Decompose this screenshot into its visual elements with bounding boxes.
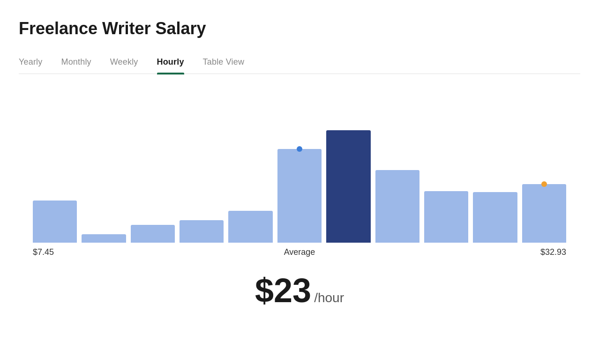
- chart-label-min: $7.45: [33, 247, 54, 257]
- bar-wrapper-b5: [228, 211, 272, 243]
- bar-chart: [23, 93, 576, 243]
- salary-display: $23/hour: [19, 271, 580, 310]
- tab-nav: YearlyMonthlyWeeklyHourlyTable View: [19, 57, 580, 74]
- bar-b3: [131, 225, 175, 243]
- bar-wrapper-b9: [424, 191, 468, 243]
- dot-blue-b6: [297, 146, 302, 152]
- bar-wrapper-b7: [326, 130, 370, 243]
- tab-monthly[interactable]: Monthly: [61, 57, 91, 74]
- bar-b10: [473, 192, 517, 243]
- tab-hourly[interactable]: Hourly: [157, 57, 184, 74]
- bar-b7: [326, 130, 370, 243]
- chart-label-max: $32.93: [540, 247, 566, 257]
- bar-wrapper-b10: [473, 192, 517, 243]
- salary-amount: $23: [255, 272, 311, 309]
- chart-labels: $7.45 Average $32.93: [23, 243, 576, 257]
- bar-wrapper-b6: [277, 149, 322, 243]
- dot-orange-b11: [541, 181, 547, 187]
- tab-weekly[interactable]: Weekly: [110, 57, 138, 74]
- bar-b1: [33, 201, 77, 243]
- page-title: Freelance Writer Salary: [19, 19, 580, 38]
- bar-wrapper-b1: [33, 201, 77, 243]
- chart-label-avg: Average: [284, 247, 315, 257]
- tab-yearly[interactable]: Yearly: [19, 57, 42, 74]
- chart-area: $7.45 Average $32.93: [19, 93, 580, 257]
- salary-unit: /hour: [314, 290, 344, 305]
- bar-wrapper-b4: [180, 220, 224, 243]
- bar-b9: [424, 191, 468, 243]
- bar-wrapper-b11: [522, 184, 566, 243]
- bar-b8: [375, 170, 419, 243]
- bar-b11: [522, 184, 566, 243]
- bar-wrapper-b2: [82, 234, 126, 243]
- bar-wrapper-b8: [375, 170, 419, 243]
- tab-table-view[interactable]: Table View: [203, 57, 245, 74]
- bar-b4: [180, 220, 224, 243]
- bar-b6: [277, 149, 322, 243]
- bar-b2: [82, 234, 126, 243]
- bar-b5: [228, 211, 272, 243]
- bar-wrapper-b3: [131, 225, 175, 243]
